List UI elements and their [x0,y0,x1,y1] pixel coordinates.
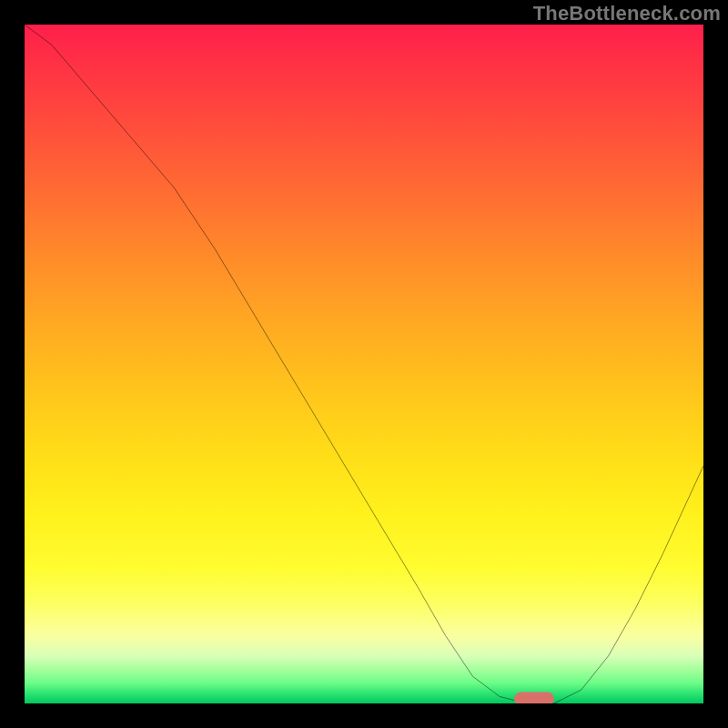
plot-area [25,25,703,703]
attribution-watermark: TheBottleneck.com [533,2,721,25]
bottleneck-curve [25,25,703,703]
bottleneck-curve-path [25,25,703,703]
optimal-point-marker [514,693,554,704]
chart-frame: TheBottleneck.com [0,0,728,728]
